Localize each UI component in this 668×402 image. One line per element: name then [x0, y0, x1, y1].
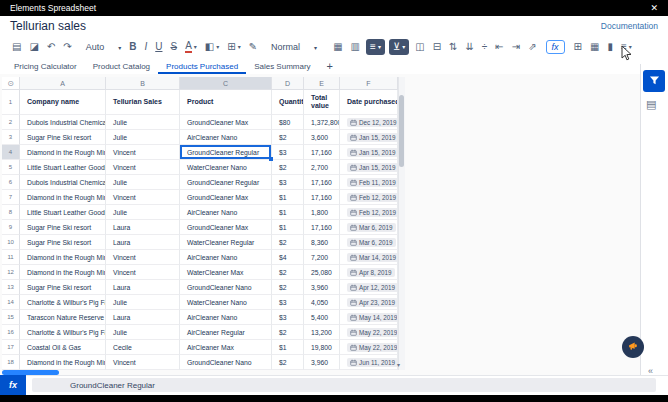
paint-format-icon[interactable]: ◪	[27, 40, 40, 54]
number-format-icon[interactable]: ▦	[331, 40, 344, 54]
cell-D5[interactable]: $2	[272, 160, 304, 175]
cell-E16[interactable]: 13,200	[304, 325, 340, 340]
row-number-10[interactable]: 10	[2, 235, 20, 250]
cell-F3[interactable]: Jan 15, 2019	[340, 130, 398, 145]
fill-handle[interactable]	[269, 157, 273, 161]
cell-B16[interactable]: Julie	[106, 325, 180, 340]
tab-products-purchased[interactable]: Products Purchased	[158, 60, 246, 74]
cell-F14[interactable]: Apr 23, 2019	[340, 295, 398, 310]
cell-C11[interactable]: AirCleaner Nano	[180, 250, 272, 265]
column-header-C[interactable]: C	[180, 77, 272, 90]
freeze-panes-icon[interactable]: ⊞	[572, 40, 584, 54]
cell-D8[interactable]: $1	[272, 205, 304, 220]
header-cell-B[interactable]: Tellurian Sales	[106, 90, 180, 115]
horizontal-align-dropdown[interactable]: ≡▾	[366, 39, 385, 55]
cell-B2[interactable]: Julie	[106, 115, 180, 130]
cell-B8[interactable]: Julie	[106, 205, 180, 220]
cell-A10[interactable]: Sugar Pine Ski resort	[20, 235, 106, 250]
cell-A12[interactable]: Diamond in the Rough Mine	[20, 265, 106, 280]
row-number-6[interactable]: 6	[2, 175, 20, 190]
cell-B17[interactable]: Cecile	[106, 340, 180, 355]
cell-E15[interactable]: 5,400	[304, 310, 340, 325]
cell-D11[interactable]: $4	[272, 250, 304, 265]
cell-A13[interactable]: Sugar Pine Ski resort	[20, 280, 106, 295]
row-number-4[interactable]: 4	[2, 145, 20, 160]
cell-C13[interactable]: GroundCleaner Nano	[180, 280, 272, 295]
decimal-format-icon[interactable]: ▥	[349, 40, 362, 54]
vertical-scrollbar-thumb[interactable]	[399, 95, 404, 167]
cell-B5[interactable]: Vincent	[106, 160, 180, 175]
cell-E7[interactable]: 17,160	[304, 190, 340, 205]
documentation-link[interactable]: Documentation	[601, 21, 658, 31]
bold-button[interactable]: B	[127, 40, 138, 54]
row-number-3[interactable]: 3	[2, 130, 20, 145]
cell-E8[interactable]: 1,800	[304, 205, 340, 220]
insert-table-icon[interactable]: ▦	[588, 40, 601, 54]
cell-C5[interactable]: WaterCleaner Nano	[180, 160, 272, 175]
cell-A15[interactable]: Tarascon Nature Reserve	[20, 310, 106, 325]
filter-button[interactable]	[643, 70, 665, 92]
unmerge-cells-icon[interactable]: ⊟	[431, 40, 443, 54]
cell-A3[interactable]: Sugar Pine Ski resort	[20, 130, 106, 145]
cell-B14[interactable]: Julie	[106, 295, 180, 310]
sort-descending-icon[interactable]: ⇊	[463, 40, 475, 54]
cell-E2[interactable]: 1,372,800	[304, 115, 340, 130]
cell-D15[interactable]: $3	[272, 310, 304, 325]
cell-B11[interactable]: Vincent	[106, 250, 180, 265]
cell-D3[interactable]: $2	[272, 130, 304, 145]
cell-A2[interactable]: Dubois Industrial Chemicals	[20, 115, 106, 130]
row-number-16[interactable]: 16	[2, 325, 20, 340]
add-sheet-button[interactable]: +	[319, 60, 341, 74]
indent-increase-icon[interactable]: ⇥	[510, 40, 522, 54]
cell-B13[interactable]: Laura	[106, 280, 180, 295]
row-number-8[interactable]: 8	[2, 205, 20, 220]
cell-D4[interactable]: $3	[272, 145, 304, 160]
cell-C7[interactable]: GroundCleaner Max	[180, 190, 272, 205]
cell-C2[interactable]: GroundCleaner Max	[180, 115, 272, 130]
row-number-1[interactable]: 1	[2, 90, 20, 115]
panel-toggle-icon[interactable]: ▤	[646, 98, 656, 111]
cell-E12[interactable]: 25,080	[304, 265, 340, 280]
cell-A14[interactable]: Charlotte & Wilbur's Pig Farm	[20, 295, 106, 310]
row-number-18[interactable]: 18	[2, 355, 20, 370]
cell-F11[interactable]: Mar 14, 2019	[340, 250, 398, 265]
cell-style-icon[interactable]: ▮	[605, 40, 615, 54]
cell-C4[interactable]: GroundCleaner Regular	[180, 145, 272, 160]
row-number-14[interactable]: 14	[2, 295, 20, 310]
row-number-15[interactable]: 15	[2, 310, 20, 325]
row-number-17[interactable]: 17	[2, 340, 20, 355]
cell-E4[interactable]: 17,160	[304, 145, 340, 160]
header-cell-D[interactable]: Quantity	[272, 90, 304, 115]
cell-D14[interactable]: $3	[272, 295, 304, 310]
cell-B12[interactable]: Vincent	[106, 265, 180, 280]
cell-F5[interactable]: Jan 15, 2019	[340, 160, 398, 175]
cell-A17[interactable]: Coastal Oil & Gas	[20, 340, 106, 355]
header-cell-A[interactable]: Company name	[20, 90, 106, 115]
cell-D12[interactable]: $2	[272, 265, 304, 280]
cell-F13[interactable]: Apr 12, 2019	[340, 280, 398, 295]
fill-color-dropdown[interactable]: ◧▾	[203, 40, 221, 54]
italic-button[interactable]: I	[142, 40, 149, 54]
row-number-5[interactable]: 5	[2, 160, 20, 175]
cell-C3[interactable]: AirCleaner Nano	[180, 130, 272, 145]
cell-E5[interactable]: 2,700	[304, 160, 340, 175]
cell-D6[interactable]: $3	[272, 175, 304, 190]
cell-A5[interactable]: Little Stuart Leather Goods	[20, 160, 106, 175]
merge-cells-icon[interactable]: ◫	[413, 40, 426, 54]
cell-C17[interactable]: AirCleaner Max	[180, 340, 272, 355]
cell-A18[interactable]: Diamond in the Rough Mine	[20, 355, 106, 370]
cell-E13[interactable]: 3,960	[304, 280, 340, 295]
cell-B10[interactable]: Laura	[106, 235, 180, 250]
header-cell-C[interactable]: Product	[180, 90, 272, 115]
cell-E11[interactable]: 7,200	[304, 250, 340, 265]
tab-sales-summary[interactable]: Sales Summary	[246, 60, 318, 74]
row-number-13[interactable]: 13	[2, 280, 20, 295]
cell-E10[interactable]: 8,360	[304, 235, 340, 250]
cell-C9[interactable]: GroundCleaner Max	[180, 220, 272, 235]
cell-D7[interactable]: $1	[272, 190, 304, 205]
cell-B4[interactable]: Vincent	[106, 145, 180, 160]
feedback-button[interactable]	[622, 336, 644, 358]
header-cell-E[interactable]: Total value	[304, 90, 340, 115]
save-icon[interactable]: ▤	[10, 40, 23, 54]
cell-A11[interactable]: Diamond in the Rough Mine	[20, 250, 106, 265]
